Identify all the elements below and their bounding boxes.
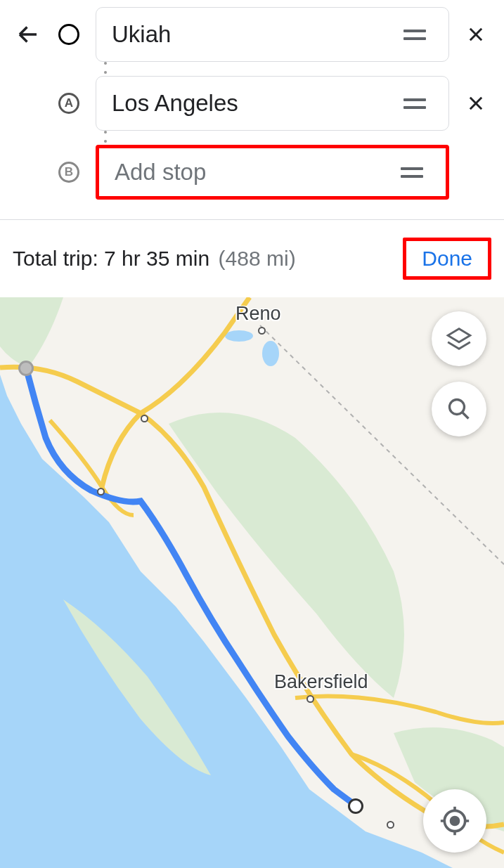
map-label-reno: Reno bbox=[235, 303, 281, 325]
svg-point-5 bbox=[451, 817, 459, 825]
map-view[interactable]: Reno NEVADA Sacramento San Francisco CAL… bbox=[0, 297, 504, 868]
add-stop-input[interactable]: Add stop bbox=[96, 145, 449, 200]
city-dot bbox=[387, 821, 394, 829]
done-button[interactable]: Done bbox=[403, 238, 491, 280]
stop-input-origin[interactable]: Ukiah bbox=[96, 7, 449, 62]
clear-stop-button[interactable] bbox=[462, 20, 490, 48]
city-dot bbox=[306, 695, 314, 703]
svg-point-2 bbox=[262, 341, 279, 366]
svg-point-1 bbox=[225, 330, 253, 342]
origin-marker bbox=[18, 361, 34, 376]
map-background bbox=[0, 297, 504, 868]
layers-button[interactable] bbox=[432, 311, 486, 366]
city-dot bbox=[141, 415, 148, 422]
my-location-button[interactable] bbox=[423, 789, 486, 853]
map-search-button[interactable] bbox=[432, 382, 486, 436]
drag-handle-icon[interactable] bbox=[396, 91, 433, 116]
stop-input-value: Los Angeles bbox=[112, 90, 396, 117]
city-dot bbox=[258, 327, 266, 335]
drag-handle-icon[interactable] bbox=[396, 22, 433, 47]
waypoint-a-icon: A bbox=[55, 89, 83, 117]
trip-summary-text: Total trip: 7 hr 35 min (488 mi) bbox=[13, 247, 296, 271]
city-dot bbox=[97, 488, 105, 495]
destination-marker bbox=[348, 798, 363, 814]
stop-input-value: Ukiah bbox=[112, 21, 396, 48]
trip-summary-bar: Total trip: 7 hr 35 min (488 mi) Done bbox=[0, 219, 504, 297]
layers-icon bbox=[446, 325, 472, 352]
back-button[interactable] bbox=[14, 20, 42, 48]
drag-handle-icon[interactable] bbox=[394, 160, 430, 185]
waypoint-b-icon: B bbox=[55, 158, 83, 186]
route-header: Ukiah A Los Angeles bbox=[0, 0, 504, 219]
origin-icon bbox=[55, 20, 83, 48]
svg-point-3 bbox=[450, 400, 465, 415]
clear-stop-button[interactable] bbox=[462, 89, 490, 117]
search-icon bbox=[446, 396, 472, 422]
map-label-bakersfield: Bakersfield bbox=[274, 671, 368, 693]
stop-input-a[interactable]: Los Angeles bbox=[96, 76, 449, 131]
crosshair-icon bbox=[439, 805, 470, 836]
stop-input-placeholder: Add stop bbox=[115, 159, 394, 186]
